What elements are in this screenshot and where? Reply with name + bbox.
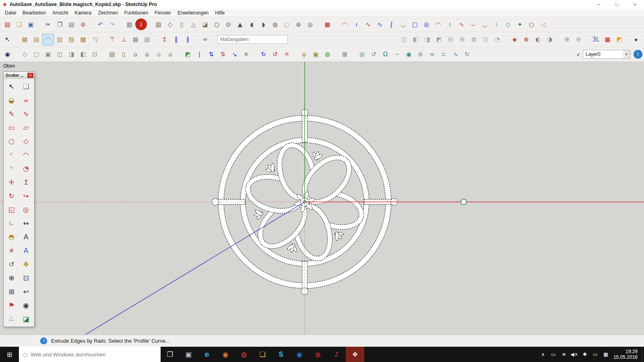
tape-down-button[interactable]: ⊥ (118, 34, 130, 45)
menu-datei[interactable]: Datei (2, 9, 19, 16)
view-back-button[interactable]: ◧ (77, 49, 89, 60)
ring-button[interactable]: ◉ (403, 49, 415, 60)
select-tool[interactable]: ↖ (4, 80, 19, 93)
skype-icon[interactable]: S (272, 347, 290, 362)
solid-extra-c-button[interactable]: ◔ (491, 34, 503, 45)
menu-kamera[interactable]: Kamera (71, 9, 95, 16)
bezier-s-button[interactable]: ʃ (386, 19, 397, 30)
orbit-globe-button[interactable]: ◉ (2, 49, 13, 60)
erase-button[interactable]: ⊘ (77, 19, 89, 30)
sandbox-from-scratch-button[interactable]: ▦ (19, 34, 31, 45)
bezier-polyline-button[interactable]: ∿ (456, 19, 467, 30)
grid-window-button[interactable]: ⊞ (339, 49, 351, 60)
sandbox-smoove-button[interactable]: ◠ (42, 34, 54, 45)
open-button[interactable]: ❏ (13, 19, 25, 30)
redo-button[interactable]: ↷ (106, 19, 118, 30)
undo-button[interactable]: ↶ (95, 19, 106, 30)
half-dark-button[interactable]: ◐ (532, 34, 544, 45)
make-component-tool[interactable]: ❏ (19, 80, 33, 93)
rotate-tool[interactable]: ↻ (4, 189, 19, 203)
bezier-zigzag-button[interactable]: ∿ (362, 19, 374, 30)
shape-pyramid-button[interactable]: ▲ (234, 19, 246, 30)
tape-up-button[interactable]: ⊤ (106, 34, 118, 45)
align-green-button[interactable]: ◩ (182, 49, 194, 60)
solid-extra-b-button[interactable]: ⊡ (480, 34, 491, 45)
opera-icon[interactable]: ◍ (235, 347, 253, 362)
view-iso-button[interactable]: ◇ (19, 49, 31, 60)
rotate-cw-button[interactable]: ↻ (258, 49, 269, 60)
position-camera-tool[interactable]: ⚑ (4, 298, 19, 312)
sketchup-taskbar-icon[interactable]: ❖ (346, 347, 364, 362)
arrows-blue-button[interactable]: ⇅ (205, 49, 217, 60)
tray-app-icon[interactable]: ✱ (580, 347, 590, 362)
shape-sphere-button[interactable]: ◍ (269, 19, 281, 30)
bezier-wave-button[interactable]: ∿ (374, 19, 386, 30)
sine-button[interactable]: ∿ (450, 49, 461, 60)
solid-subtract-button[interactable]: ◩ (433, 34, 445, 45)
solid-extra-a-button[interactable]: ⊠ (468, 34, 480, 45)
shape-circle-button[interactable]: ○ (211, 19, 223, 30)
zoom-previous-tool[interactable]: ↩ (19, 285, 33, 298)
notifications-icon[interactable]: ▭ (590, 347, 601, 362)
scurve-button[interactable]: ∽ (391, 49, 403, 60)
disc-button[interactable]: ⊚ (415, 49, 426, 60)
select-arrow-button[interactable]: ↖ (2, 34, 13, 45)
gold-component-button[interactable]: ◩ (613, 34, 625, 45)
mesh-a-button[interactable]: ▦ (130, 34, 141, 45)
menu-ansicht[interactable]: Ansicht (49, 9, 71, 16)
protractor-tool[interactable]: ◓ (4, 230, 19, 244)
save-button[interactable]: ▣ (25, 19, 37, 30)
sandbox-stamp-button[interactable]: ▥ (54, 34, 66, 45)
swirl-button[interactable]: ↻ (461, 49, 473, 60)
search-input[interactable] (31, 352, 157, 358)
flower-button[interactable]: ✳ (281, 49, 293, 60)
bezier-r-button[interactable]: ⌣ (467, 19, 479, 30)
solid-split-button[interactable]: ⊞ (456, 34, 468, 45)
shape-half-left-button[interactable]: ◖ (246, 19, 258, 30)
menu-erweiterungen[interactable]: Erweiterungen (174, 9, 212, 16)
maximize-button[interactable]: □ (608, 0, 626, 9)
task-view-button[interactable]: ❐ (161, 347, 179, 362)
house-button[interactable]: ⌂ (130, 49, 141, 60)
barn-button[interactable]: ⌂ (165, 49, 176, 60)
shape-dotted-sphere-button[interactable]: ⊚ (293, 19, 304, 30)
move-tool[interactable]: ✛ (4, 175, 19, 189)
show-desktop-button[interactable] (642, 347, 644, 362)
3d-text-tool[interactable]: A (19, 244, 33, 257)
hook-button[interactable]: ⊂ (438, 49, 450, 60)
omega-button[interactable]: Ω (380, 49, 391, 60)
bezier-green-curve-button[interactable]: ◡ (397, 19, 409, 30)
menu-funktionen[interactable]: Funktionen (121, 9, 151, 16)
align-a-button[interactable]: ‖ (170, 34, 182, 45)
viewport[interactable]: Oben Großer ... × ↖ ❏ ◒ ▰ ✎ ∿ (0, 62, 644, 335)
shed-button[interactable]: ⌂ (153, 49, 165, 60)
padlock-button[interactable]: ▣ (310, 49, 322, 60)
rotate-ccw-button[interactable]: ↺ (269, 49, 281, 60)
rotated-rectangle-tool[interactable]: ▱ (19, 121, 33, 134)
sandbox-drape-button[interactable]: ▨ (66, 34, 77, 45)
circle-tool[interactable]: ○ (4, 134, 19, 148)
bezier-wrench-button[interactable]: ✦ (514, 19, 526, 30)
follow-me-tool[interactable]: ↪ (19, 189, 33, 203)
helix-button[interactable]: ◎ (356, 49, 368, 60)
bezier-square-button[interactable]: ▢ (409, 19, 421, 30)
shape-cone-button[interactable]: △ (188, 19, 199, 30)
freehand-tool[interactable]: ∿ (19, 107, 33, 121)
bezier-gray-button[interactable]: ≀ (491, 19, 502, 30)
brick-button[interactable]: ▦ (602, 34, 613, 45)
pan-tool[interactable]: ✥ (19, 257, 33, 271)
shape-cylinder-button[interactable]: ▯ (176, 19, 188, 30)
sandbox-roof-button[interactable]: ▤ (106, 49, 118, 60)
scatter-green-button[interactable]: ✕ (240, 49, 252, 60)
dimension-tool[interactable]: ↔ (19, 216, 33, 230)
move-axis-button[interactable]: ↥ (159, 34, 170, 45)
bezier-ellipse-button[interactable]: ○ (526, 19, 537, 30)
shape-half-right-button[interactable]: ◗ (258, 19, 269, 30)
pie-tool[interactable]: ◔ (19, 162, 33, 175)
scale-tool[interactable]: ◱ (4, 203, 19, 216)
bezier-n-button[interactable]: ≀ (444, 19, 456, 30)
model-info-button[interactable]: i (135, 19, 147, 30)
look-around-tool[interactable]: ◉ (19, 298, 33, 312)
shape-box-button[interactable]: ▧ (153, 19, 164, 30)
paste-button[interactable]: ▤ (66, 19, 77, 30)
